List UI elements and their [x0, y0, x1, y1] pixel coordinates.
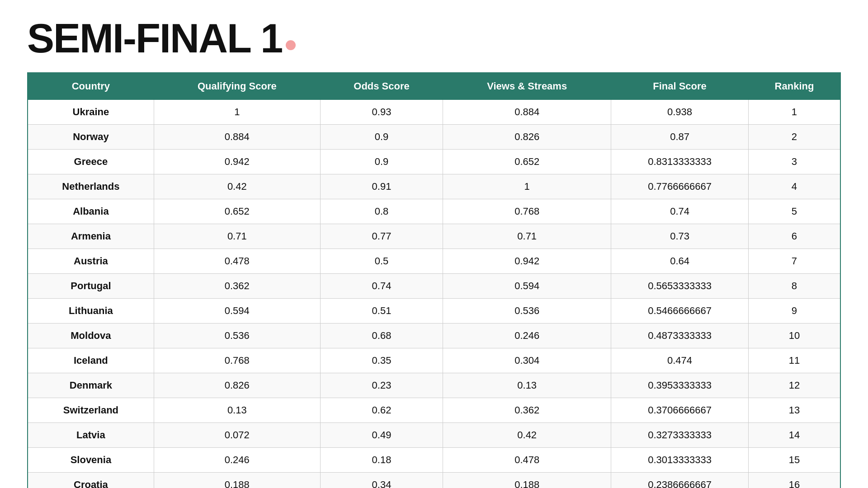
table-cell: 9 [748, 299, 840, 324]
table-cell: 0.71 [443, 224, 611, 249]
table-cell: 0.4873333333 [611, 324, 749, 348]
table-cell: 0.942 [154, 150, 320, 174]
table-row: Iceland0.7680.350.3040.47411 [28, 348, 840, 373]
table-cell: Iceland [28, 348, 154, 373]
table-cell: 2 [748, 125, 840, 150]
table-cell: 0.594 [154, 299, 320, 324]
table-cell: 0.8313333333 [611, 150, 749, 174]
table-cell: 0.42 [154, 174, 320, 199]
table-cell: 0.18 [320, 448, 443, 473]
table-cell: 1 [154, 100, 320, 125]
table-row: Croatia0.1880.340.1880.238666666716 [28, 473, 840, 488]
table-row: Switzerland0.130.620.3620.370666666713 [28, 398, 840, 423]
table-cell: 0.5466666667 [611, 299, 749, 324]
table-cell: 0.5653333333 [611, 274, 749, 299]
table-cell: 0.826 [154, 373, 320, 398]
col-header-views: Views & Streams [443, 73, 611, 100]
table-row: Latvia0.0720.490.420.327333333314 [28, 423, 840, 448]
table-cell: 0.3953333333 [611, 373, 749, 398]
table-cell: Norway [28, 125, 154, 150]
table-cell: 0.478 [154, 249, 320, 274]
table-cell: 0.652 [154, 199, 320, 224]
table-cell: 8 [748, 274, 840, 299]
table-cell: 0.7766666667 [611, 174, 749, 199]
table-cell: 0.652 [443, 150, 611, 174]
table-cell: 0.13 [154, 398, 320, 423]
table-cell: 5 [748, 199, 840, 224]
table-cell: 16 [748, 473, 840, 488]
table-cell: 6 [748, 224, 840, 249]
table-cell: 0.8 [320, 199, 443, 224]
table-cell: 13 [748, 398, 840, 423]
table-cell: 0.49 [320, 423, 443, 448]
table-cell: 0.3273333333 [611, 423, 749, 448]
table-cell: Switzerland [28, 398, 154, 423]
table-row: Armenia0.710.770.710.736 [28, 224, 840, 249]
col-header-country: Country [28, 73, 154, 100]
table-cell: 0.474 [611, 348, 749, 373]
table-cell: 0.246 [154, 448, 320, 473]
title-container: SEMI-FINAL 1 [27, 18, 841, 59]
table-cell: 0.13 [443, 373, 611, 398]
table-cell: 0.74 [611, 199, 749, 224]
col-header-qualifying: Qualifying Score [154, 73, 320, 100]
page-title: SEMI-FINAL 1 [27, 18, 282, 59]
table-row: Ukraine10.930.8840.9381 [28, 100, 840, 125]
table-cell: 0.91 [320, 174, 443, 199]
table-row: Lithuania0.5940.510.5360.54666666679 [28, 299, 840, 324]
table-cell: 0.9 [320, 125, 443, 150]
table-cell: Albania [28, 199, 154, 224]
table-cell: 0.072 [154, 423, 320, 448]
table-cell: 0.34 [320, 473, 443, 488]
table-cell: 0.74 [320, 274, 443, 299]
table-cell: 0.768 [443, 199, 611, 224]
table-row: Greece0.9420.90.6520.83133333333 [28, 150, 840, 174]
table-cell: 0.64 [611, 249, 749, 274]
table-cell: 0.362 [154, 274, 320, 299]
table-cell: 0.9 [320, 150, 443, 174]
table-cell: 0.938 [611, 100, 749, 125]
table-cell: 0.93 [320, 100, 443, 125]
table-cell: 7 [748, 249, 840, 274]
scores-table: Country Qualifying Score Odds Score View… [27, 72, 841, 488]
table-cell: Netherlands [28, 174, 154, 199]
table-cell: Slovenia [28, 448, 154, 473]
table-cell: 0.478 [443, 448, 611, 473]
col-header-final: Final Score [611, 73, 749, 100]
table-cell: Latvia [28, 423, 154, 448]
table-cell: 0.71 [154, 224, 320, 249]
table-cell: Greece [28, 150, 154, 174]
table-cell: 12 [748, 373, 840, 398]
table-cell: 11 [748, 348, 840, 373]
page-container: SEMI-FINAL 1 Country Qualifying Score Od… [0, 0, 868, 488]
table-cell: 0.188 [443, 473, 611, 488]
table-cell: 0.2386666667 [611, 473, 749, 488]
table-row: Netherlands0.420.9110.77666666674 [28, 174, 840, 199]
table-cell: 0.35 [320, 348, 443, 373]
table-cell: 0.536 [443, 299, 611, 324]
table-cell: Lithuania [28, 299, 154, 324]
table-cell: 0.23 [320, 373, 443, 398]
table-cell: 0.87 [611, 125, 749, 150]
table-cell: 0.304 [443, 348, 611, 373]
table-row: Denmark0.8260.230.130.395333333312 [28, 373, 840, 398]
table-cell: 0.826 [443, 125, 611, 150]
col-header-ranking: Ranking [748, 73, 840, 100]
table-cell: 0.594 [443, 274, 611, 299]
table-header: Country Qualifying Score Odds Score View… [28, 73, 840, 100]
table-cell: Austria [28, 249, 154, 274]
table-row: Norway0.8840.90.8260.872 [28, 125, 840, 150]
table-cell: 0.77 [320, 224, 443, 249]
table-cell: 0.42 [443, 423, 611, 448]
table-cell: 0.362 [443, 398, 611, 423]
table-cell: 4 [748, 174, 840, 199]
table-row: Portugal0.3620.740.5940.56533333338 [28, 274, 840, 299]
table-cell: Croatia [28, 473, 154, 488]
table-cell: 0.942 [443, 249, 611, 274]
table-cell: 0.884 [154, 125, 320, 150]
table-cell: 15 [748, 448, 840, 473]
table-cell: 0.3706666667 [611, 398, 749, 423]
table-row: Moldova0.5360.680.2460.487333333310 [28, 324, 840, 348]
table-cell: 1 [748, 100, 840, 125]
col-header-odds: Odds Score [320, 73, 443, 100]
